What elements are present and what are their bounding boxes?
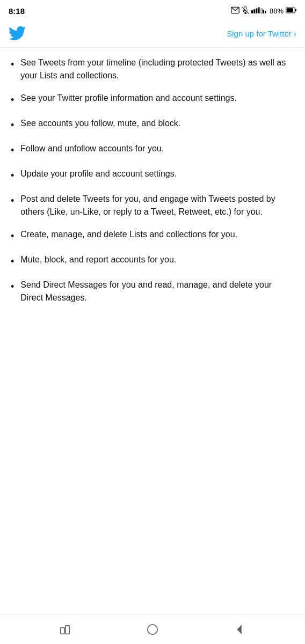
svg-rect-10 — [265, 11, 266, 13]
permission-item: •See your Twitter profile information an… — [11, 92, 294, 107]
signup-link[interactable]: Sign up for Twitter › — [227, 29, 296, 38]
email-icon — [231, 6, 239, 16]
permission-text: Create, manage, and delete Lists and col… — [20, 228, 294, 241]
permission-text: Follow and unfollow accounts for you. — [20, 142, 294, 155]
twitter-logo — [9, 25, 26, 42]
bullet-icon: • — [11, 118, 14, 133]
permission-text: Send Direct Messages for you and read, m… — [20, 279, 294, 304]
svg-rect-14 — [61, 627, 64, 634]
status-time: 8:18 — [9, 6, 25, 16]
bullet-icon: • — [11, 194, 14, 208]
svg-point-16 — [148, 624, 157, 634]
svg-rect-4 — [251, 10, 253, 13]
bullet-icon: • — [11, 169, 14, 183]
svg-rect-6 — [256, 8, 257, 13]
bullet-icon: • — [11, 280, 14, 294]
permissions-list: •See Tweets from your timeline (includin… — [11, 56, 294, 304]
svg-rect-5 — [253, 9, 255, 13]
permission-item: •Mute, block, and report accounts for yo… — [11, 253, 294, 269]
bullet-icon: • — [11, 93, 14, 107]
svg-rect-15 — [66, 625, 69, 634]
bullet-icon: • — [11, 57, 14, 72]
permission-text: Update your profile and account settings… — [20, 167, 294, 180]
bullet-icon: • — [11, 143, 14, 158]
bottom-nav — [0, 614, 305, 644]
back-button[interactable] — [223, 619, 257, 640]
permission-item: •See accounts you follow, mute, and bloc… — [11, 117, 294, 133]
permission-text: See your Twitter profile information and… — [20, 92, 294, 105]
battery-percentage: 88% — [270, 7, 284, 15]
bullet-icon: • — [11, 229, 14, 244]
permission-item: •See Tweets from your timeline (includin… — [11, 56, 294, 82]
svg-rect-12 — [295, 9, 296, 11]
permission-item: •Send Direct Messages for you and read, … — [11, 279, 294, 304]
status-bar: 8:18 — [0, 0, 305, 19]
permission-text: Post and delete Tweets for you, and enga… — [20, 193, 294, 218]
recents-button[interactable] — [48, 619, 82, 640]
permission-item: •Follow and unfollow accounts for you. — [11, 142, 294, 158]
permission-item: •Create, manage, and delete Lists and co… — [11, 228, 294, 244]
signal-icon — [251, 6, 267, 15]
svg-rect-7 — [258, 8, 260, 13]
battery-icon — [286, 7, 296, 15]
permission-item: •Post and delete Tweets for you, and eng… — [11, 193, 294, 218]
permissions-content: •See Tweets from your timeline (includin… — [0, 48, 305, 614]
svg-rect-9 — [263, 10, 264, 13]
home-button[interactable] — [136, 619, 169, 640]
nav-bar: Sign up for Twitter › — [0, 19, 305, 48]
permission-item: •Update your profile and account setting… — [11, 167, 294, 183]
status-icons: 88% — [231, 6, 296, 16]
svg-rect-8 — [261, 9, 262, 13]
mute-icon — [242, 6, 249, 16]
bullet-icon: • — [11, 254, 14, 269]
permission-text: See accounts you follow, mute, and block… — [20, 117, 294, 130]
permission-text: See Tweets from your timeline (including… — [20, 56, 294, 82]
svg-rect-13 — [287, 8, 293, 12]
permission-text: Mute, block, and report accounts for you… — [20, 253, 294, 266]
